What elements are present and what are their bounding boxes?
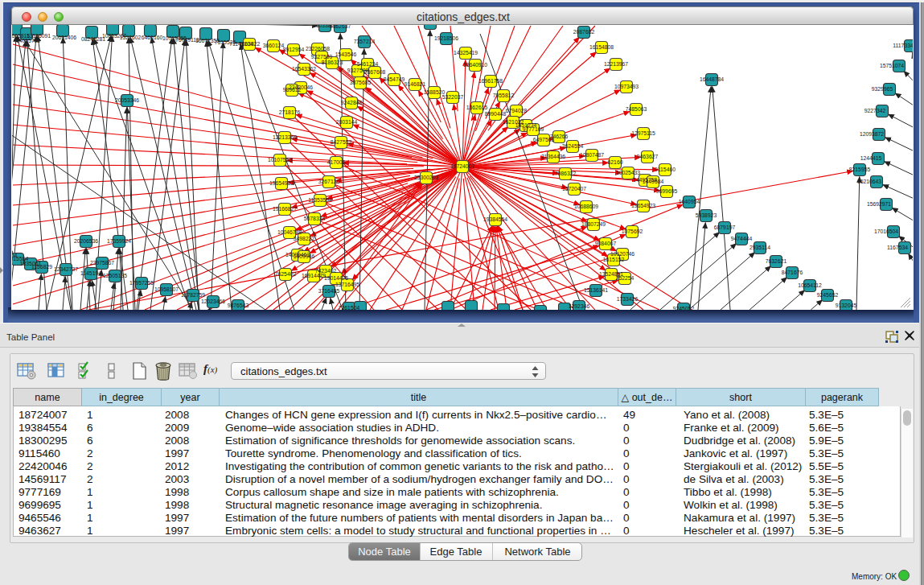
- svg-text:11353594: 11353594: [308, 197, 332, 203]
- svg-text:8813014: 8813014: [420, 25, 441, 26]
- svg-text:1733426: 1733426: [617, 296, 639, 302]
- svg-text:6794028: 6794028: [506, 108, 528, 113]
- svg-text:9463627: 9463627: [637, 154, 659, 159]
- svg-text:10688609: 10688609: [574, 204, 598, 209]
- svg-text:17957255: 17957255: [129, 280, 154, 286]
- svg-text:8471676: 8471676: [782, 270, 803, 275]
- svg-text:1292346: 1292346: [569, 303, 590, 309]
- svg-text:9152637: 9152637: [330, 25, 351, 29]
- svg-text:5678334: 5678334: [304, 216, 326, 221]
- svg-text:13716495: 13716495: [335, 282, 359, 287]
- svg-text:18724007: 18724007: [450, 163, 474, 169]
- svg-text:1362615: 1362615: [466, 105, 488, 110]
- svg-text:12342737: 12342737: [54, 266, 78, 272]
- svg-text:15720407: 15720407: [562, 186, 586, 192]
- svg-text:7986322: 7986322: [555, 171, 577, 176]
- svg-text:9227342: 9227342: [864, 108, 886, 113]
- svg-text:19654923: 19654923: [631, 203, 655, 208]
- svg-text:8454749: 8454749: [384, 76, 405, 82]
- svg-text:16154808: 16154808: [589, 44, 614, 50]
- svg-text:20053346: 20053346: [115, 97, 139, 103]
- svg-text:1409946: 1409946: [294, 253, 315, 259]
- svg-text:13186091: 13186091: [27, 33, 51, 39]
- svg-text:9876543: 9876543: [228, 303, 249, 308]
- svg-text:7663822: 7663822: [239, 41, 261, 47]
- svg-text:9132045: 9132045: [836, 303, 857, 308]
- svg-text:3624554: 3624554: [562, 143, 584, 149]
- svg-text:16782759: 16782759: [181, 292, 205, 298]
- svg-text:15692971: 15692971: [867, 201, 891, 207]
- svg-text:9084067: 9084067: [595, 241, 617, 246]
- svg-text:3498222: 3498222: [294, 236, 315, 241]
- svg-text:252254: 252254: [616, 275, 634, 281]
- svg-text:12023466: 12023466: [201, 299, 225, 304]
- svg-text:1075692: 1075692: [622, 229, 643, 234]
- svg-text:10107553: 10107553: [268, 157, 292, 163]
- svg-text:989612: 989612: [283, 87, 302, 93]
- svg-text:5938923: 5938923: [696, 212, 717, 218]
- svg-text:18640910: 18640910: [463, 62, 487, 68]
- svg-text:10958107: 10958107: [154, 286, 179, 292]
- svg-text:12505135: 12505135: [103, 273, 127, 278]
- svg-text:2803144: 2803144: [336, 119, 358, 125]
- svg-text:19654983: 19654983: [269, 180, 294, 186]
- svg-text:9245652: 9245652: [817, 292, 839, 298]
- svg-text:9699695: 9699695: [656, 188, 678, 194]
- svg-text:16914479: 16914479: [302, 273, 326, 278]
- svg-text:1449584: 1449584: [643, 179, 664, 184]
- svg-text:14325419: 14325419: [454, 50, 478, 56]
- svg-text:21364436: 21364436: [541, 154, 565, 159]
- svg-text:19384554: 19384554: [483, 216, 507, 222]
- svg-text:10046788: 10046788: [277, 229, 302, 235]
- svg-text:10025433: 10025433: [616, 170, 640, 175]
- svg-text:12975115: 12975115: [631, 130, 655, 136]
- svg-text:10807487: 10807487: [580, 152, 604, 158]
- svg-text:7357214: 7357214: [354, 39, 376, 44]
- svg-text:17359924: 17359924: [107, 238, 131, 244]
- svg-text:2367608: 2367608: [364, 69, 386, 75]
- svg-text:8186323: 8186323: [322, 60, 343, 65]
- svg-text:9474444: 9474444: [731, 236, 753, 241]
- svg-text:1640954: 1640954: [679, 199, 700, 204]
- svg-text:9327509: 9327509: [311, 54, 333, 60]
- svg-text:12213967: 12213967: [604, 61, 628, 67]
- svg-text:5322037: 5322037: [442, 94, 464, 100]
- svg-text:417006: 417006: [327, 159, 346, 165]
- svg-text:16543362: 16543362: [292, 66, 316, 72]
- svg-text:8990448: 8990448: [485, 111, 507, 117]
- svg-text:9329965: 9329965: [872, 86, 893, 92]
- svg-text:2935114: 2935114: [749, 245, 770, 250]
- svg-text:20691406: 20691406: [52, 35, 76, 40]
- svg-text:7625402: 7625402: [275, 271, 297, 277]
- svg-text:1244415: 1244415: [860, 155, 882, 161]
- svg-text:19166827: 19166827: [273, 206, 297, 212]
- svg-text:3660124: 3660124: [263, 43, 285, 48]
- svg-text:23975867: 23975867: [90, 260, 114, 266]
- svg-text:6466160: 6466160: [142, 35, 163, 40]
- svg-text:16448784: 16448784: [700, 76, 724, 82]
- svg-text:1117334: 1117334: [893, 43, 913, 48]
- svg-text:19014475: 19014475: [324, 275, 348, 281]
- svg-text:9115460: 9115460: [655, 167, 676, 172]
- svg-text:7261504: 7261504: [339, 305, 360, 310]
- svg-text:7955812: 7955812: [493, 93, 515, 98]
- svg-text:17016504: 17016504: [874, 229, 898, 234]
- svg-text:16961758: 16961758: [478, 78, 503, 84]
- svg-text:12093872: 12093872: [860, 131, 884, 137]
- svg-text:1145194: 1145194: [80, 270, 101, 276]
- svg-text:19218506: 19218506: [434, 35, 458, 41]
- svg-text:15136141: 15136141: [584, 287, 608, 293]
- svg-text:23226058: 23226058: [306, 46, 330, 51]
- svg-text:1527602: 1527602: [120, 35, 142, 40]
- svg-text:16210643: 16210643: [857, 179, 881, 184]
- svg-text:1615152: 1615152: [603, 257, 625, 262]
- svg-text:12213369: 12213369: [273, 134, 297, 140]
- svg-text:2087682: 2087682: [573, 29, 595, 35]
- svg-text:3875685: 3875685: [350, 80, 372, 85]
- svg-text:9146821: 9146821: [405, 81, 426, 87]
- svg-text:7423402: 7423402: [315, 268, 337, 274]
- svg-text:8427552: 8427552: [331, 139, 352, 145]
- svg-text:8912954: 8912954: [283, 47, 305, 52]
- svg-text:25300203: 25300203: [414, 175, 438, 180]
- svg-text:8215955: 8215955: [849, 167, 871, 172]
